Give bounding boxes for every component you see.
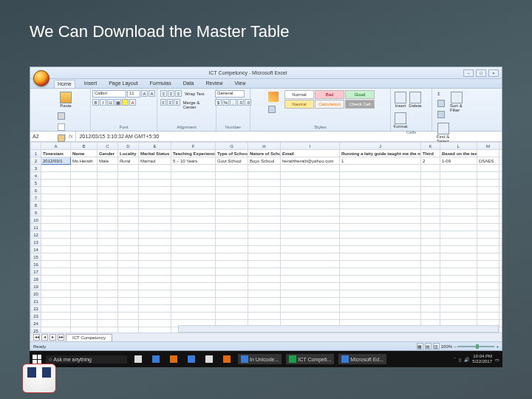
cell[interactable]: [477, 239, 499, 246]
italic-button[interactable]: I: [100, 99, 106, 106]
cell[interactable]: [118, 172, 139, 180]
col-header[interactable]: M: [477, 143, 499, 150]
cell[interactable]: [41, 187, 71, 194]
cell[interactable]: [281, 172, 340, 180]
insert-cells-button[interactable]: Insert: [394, 90, 407, 109]
cell[interactable]: [171, 180, 216, 187]
cell[interactable]: [499, 290, 502, 298]
cell[interactable]: [440, 298, 477, 305]
cell[interactable]: [216, 209, 248, 216]
cell[interactable]: Teaching Experience: [171, 150, 216, 157]
row-header[interactable]: 12: [31, 231, 41, 239]
cell[interactable]: [98, 276, 118, 283]
cell[interactable]: [98, 194, 118, 202]
cell[interactable]: [248, 268, 281, 276]
cell[interactable]: [340, 180, 421, 187]
sheet-nav-next[interactable]: ▸: [50, 334, 56, 341]
style-normal[interactable]: Normal: [284, 90, 314, 99]
cell[interactable]: [248, 313, 281, 320]
cell[interactable]: [340, 194, 421, 202]
row-header[interactable]: 22: [31, 305, 41, 313]
number-format-select[interactable]: General: [215, 90, 245, 98]
cell[interactable]: [216, 216, 248, 224]
cell[interactable]: [118, 202, 139, 209]
cell[interactable]: [340, 268, 421, 276]
cell[interactable]: [71, 231, 98, 239]
cell[interactable]: [477, 194, 499, 202]
cell[interactable]: [421, 239, 440, 246]
cell[interactable]: [216, 298, 248, 305]
cell[interactable]: [216, 261, 248, 268]
cell[interactable]: [98, 209, 118, 216]
row-header[interactable]: 14: [31, 246, 41, 253]
style-neutral[interactable]: Neutral: [284, 100, 314, 109]
cell[interactable]: [421, 305, 440, 313]
cell[interactable]: [216, 290, 248, 298]
cell[interactable]: [98, 305, 118, 313]
cell[interactable]: [118, 290, 139, 298]
col-header[interactable]: L: [440, 143, 477, 150]
cell[interactable]: [171, 172, 216, 180]
cell[interactable]: [118, 276, 139, 283]
row-header[interactable]: 13: [31, 239, 41, 246]
tray-up-icon[interactable]: ˄: [454, 357, 456, 362]
cell[interactable]: [477, 253, 499, 261]
cell[interactable]: [71, 209, 98, 216]
col-header[interactable]: [31, 143, 41, 150]
cell[interactable]: [171, 313, 216, 320]
cell[interactable]: [118, 194, 139, 202]
cell[interactable]: [216, 187, 248, 194]
row-header[interactable]: 19: [31, 283, 41, 290]
row-header[interactable]: 21: [31, 298, 41, 305]
cell[interactable]: [139, 268, 171, 276]
cell[interactable]: [71, 239, 98, 246]
cell[interactable]: [171, 276, 216, 283]
cell[interactable]: [340, 231, 421, 239]
cell[interactable]: [118, 298, 139, 305]
currency-button[interactable]: $: [215, 99, 222, 106]
cell[interactable]: [499, 298, 502, 305]
col-header[interactable]: D: [118, 143, 139, 150]
cell[interactable]: [118, 327, 139, 333]
cell[interactable]: Name: [71, 150, 98, 157]
cell[interactable]: [281, 187, 340, 194]
view-layout-button[interactable]: ▤: [425, 343, 432, 349]
cell[interactable]: [421, 276, 440, 283]
taskbar-app-unicode[interactable]: In Unicode...: [238, 354, 282, 364]
cell[interactable]: [118, 216, 139, 224]
cell[interactable]: [281, 268, 340, 276]
col-header[interactable]: E: [139, 143, 171, 150]
tab-data[interactable]: Data: [180, 80, 197, 88]
cell[interactable]: Third: [421, 150, 440, 157]
cell[interactable]: [440, 194, 477, 202]
cell[interactable]: [248, 261, 281, 268]
row-header[interactable]: 7: [31, 194, 41, 202]
cell[interactable]: [139, 290, 171, 298]
cell[interactable]: [71, 224, 98, 231]
cell[interactable]: [248, 202, 281, 209]
cell[interactable]: [499, 261, 502, 268]
row-header[interactable]: 9: [31, 209, 41, 216]
decrease-font-button[interactable]: A: [149, 90, 155, 97]
cell[interactable]: [139, 313, 171, 320]
cell[interactable]: [171, 290, 216, 298]
cell[interactable]: [499, 239, 502, 246]
cell[interactable]: [421, 172, 440, 180]
cell[interactable]: [41, 216, 71, 224]
col-header[interactable]: C: [98, 143, 118, 150]
cell[interactable]: [216, 180, 248, 187]
cell[interactable]: [98, 261, 118, 268]
align-top-button[interactable]: ≡: [160, 90, 167, 97]
cell[interactable]: [340, 202, 421, 209]
tab-home[interactable]: Home: [54, 80, 75, 88]
cell[interactable]: Nature of School: [248, 150, 281, 157]
cell[interactable]: [440, 290, 477, 298]
cell[interactable]: [41, 172, 71, 180]
cell[interactable]: [41, 313, 71, 320]
col-header[interactable]: I: [281, 143, 340, 150]
cell[interactable]: [139, 298, 171, 305]
cell[interactable]: [41, 253, 71, 261]
increase-font-button[interactable]: A: [141, 90, 148, 97]
cell[interactable]: [118, 268, 139, 276]
cell[interactable]: [440, 246, 477, 253]
